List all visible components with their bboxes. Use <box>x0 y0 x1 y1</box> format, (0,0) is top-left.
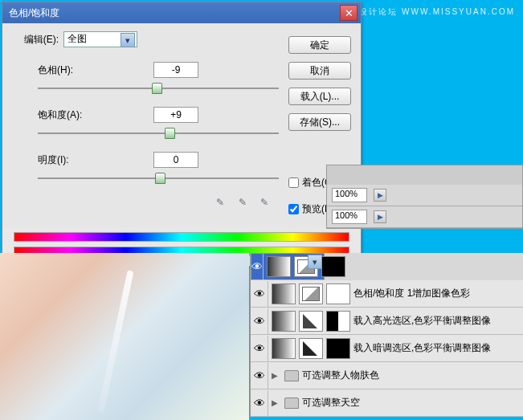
visibility-icon[interactable]: 👁 <box>251 336 268 361</box>
mask-thumb[interactable] <box>326 311 350 332</box>
spectrum-bar-top[interactable] <box>14 232 349 242</box>
folder-icon <box>284 398 299 409</box>
layer-row[interactable]: 👁色相/饱和度 1增加图像色彩 <box>251 280 523 308</box>
mask-thumb[interactable] <box>321 256 345 277</box>
load-button[interactable]: 载入(L)... <box>288 88 351 105</box>
dialog-title: 色相/饱和度 <box>9 6 340 20</box>
layer-thumb[interactable] <box>272 338 296 359</box>
adjustment-thumb[interactable] <box>299 311 323 332</box>
layer-row[interactable]: 👁载入暗调选区,色彩平衡调整图像 <box>251 335 523 362</box>
adjustment-thumb[interactable] <box>294 256 318 277</box>
eyedropper-plus-icon[interactable]: ✎ <box>232 197 247 211</box>
sat-input[interactable] <box>153 107 198 123</box>
visibility-icon[interactable]: 👁 <box>251 281 268 307</box>
visibility-icon[interactable]: 👁 <box>251 363 268 389</box>
sat-label: 饱和度(A): <box>38 108 89 122</box>
layer-name: 可选调整天空 <box>302 396 520 410</box>
layer-thumb[interactable] <box>272 311 296 332</box>
layer-name: 可选调整人物肤色 <box>302 369 520 382</box>
panel-tabs[interactable] <box>327 165 522 185</box>
layer-thumb[interactable] <box>272 283 296 304</box>
eyedropper-tools: ✎ ✎ ✎ <box>14 197 271 211</box>
fill-field[interactable]: 100% <box>332 210 367 224</box>
eyedropper-icon[interactable]: ✎ <box>210 197 224 211</box>
adjustment-thumb[interactable] <box>299 338 323 359</box>
light-slider[interactable] <box>38 171 279 186</box>
canvas-image[interactable] <box>0 253 249 420</box>
hue-sat-dialog: 色相/饱和度 ✕ 编辑(E): 全图 色相(H): 饱和度(A): <box>2 2 362 267</box>
ok-button[interactable]: 确定 <box>288 36 351 54</box>
layer-row[interactable]: 👁色相/饱和度 2增加嘴部色彩 <box>251 253 325 280</box>
edit-select[interactable]: 全图 <box>63 31 137 47</box>
layer-thumb[interactable] <box>267 256 291 277</box>
layer-row[interactable]: 👁▶可选调整天空 <box>251 389 523 417</box>
save-button[interactable]: 存储(S)... <box>288 113 351 131</box>
hue-slider[interactable] <box>38 81 279 96</box>
slider-thumb[interactable] <box>152 83 162 94</box>
layer-name: 载入高光选区,色彩平衡调整图像 <box>353 314 520 328</box>
arrow-icon[interactable]: ▶ <box>374 189 386 202</box>
adjustment-thumb[interactable] <box>299 283 323 304</box>
hue-label: 色相(H): <box>38 63 89 77</box>
sat-slider[interactable] <box>38 126 279 141</box>
light-label: 明度(I): <box>38 153 89 167</box>
close-icon[interactable]: ✕ <box>340 5 358 21</box>
titlebar[interactable]: 色相/饱和度 ✕ <box>2 2 361 23</box>
layer-name: 载入暗调选区,色彩平衡调整图像 <box>353 341 520 355</box>
folder-icon <box>284 370 299 381</box>
slider-thumb[interactable] <box>165 128 175 139</box>
colorize-checkbox[interactable] <box>288 177 299 188</box>
chevron-right-icon[interactable]: ▶ <box>272 398 281 407</box>
edit-label: 编辑(E): <box>14 33 59 47</box>
cancel-button[interactable]: 取消 <box>288 62 351 80</box>
layers-panel: 👁色相/饱和度 2增加嘴部色彩👁色相/饱和度 1增加图像色彩👁载入高光选区,色彩… <box>250 253 523 417</box>
slider-thumb[interactable] <box>155 173 165 184</box>
visibility-icon[interactable]: 👁 <box>251 254 264 279</box>
mask-thumb[interactable] <box>326 338 350 359</box>
light-input[interactable] <box>153 152 198 168</box>
hue-input[interactable] <box>153 62 198 78</box>
options-panel: 100% ▶ 100% ▶ <box>326 165 523 229</box>
opacity-field[interactable]: 100% <box>332 188 367 202</box>
mask-thumb[interactable] <box>326 283 350 304</box>
layer-row[interactable]: 👁载入高光选区,色彩平衡调整图像 <box>251 308 523 335</box>
watermark: 思缘设计论坛 WWW.MISSYUAN.COM <box>340 5 515 18</box>
arrow-icon[interactable]: ▶ <box>374 210 386 223</box>
eyedropper-minus-icon[interactable]: ✎ <box>254 197 268 211</box>
visibility-icon[interactable]: 👁 <box>251 308 268 334</box>
preview-checkbox[interactable] <box>288 204 299 214</box>
layer-row[interactable]: 👁▶可选调整人物肤色 <box>251 362 523 389</box>
visibility-icon[interactable]: 👁 <box>251 390 268 416</box>
chevron-right-icon[interactable]: ▶ <box>272 371 281 380</box>
layer-name: 色相/饱和度 1增加图像色彩 <box>353 287 520 300</box>
